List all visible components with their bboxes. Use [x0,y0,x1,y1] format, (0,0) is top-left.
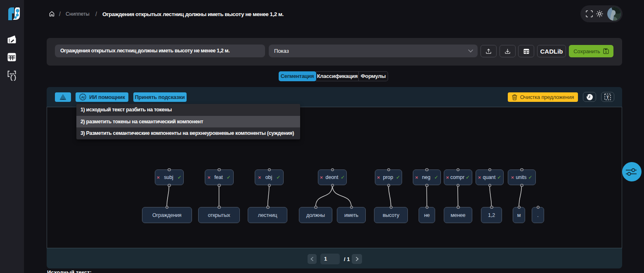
svg-text:T: T [606,95,609,99]
svg-text:AI: AI [81,95,85,99]
